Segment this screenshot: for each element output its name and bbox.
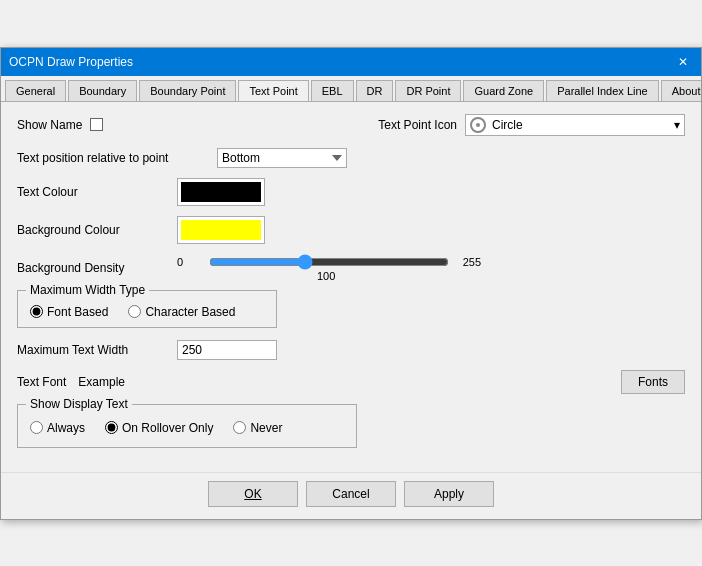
max-text-width-input[interactable]: 250 — [177, 340, 277, 360]
show-name-checkbox[interactable] — [90, 118, 103, 131]
text-colour-swatch-box[interactable] — [177, 178, 265, 206]
text-point-icon-label: Text Point Icon — [378, 118, 457, 132]
example-label: Example — [78, 375, 125, 389]
footer: OK Cancel Apply — [1, 472, 701, 519]
never-label: Never — [250, 421, 282, 435]
text-colour-row: Text Colour — [17, 178, 685, 206]
show-name-label: Show Name — [17, 118, 82, 132]
max-text-width-row: Maximum Text Width 250 — [17, 340, 685, 360]
max-width-type-title: Maximum Width Type — [26, 283, 149, 297]
rollover-radio[interactable] — [105, 421, 118, 434]
never-radio[interactable] — [233, 421, 246, 434]
title-bar: OCPN Draw Properties ✕ — [1, 48, 701, 76]
bg-density-label: Background Density — [17, 261, 177, 275]
tab-dr-point[interactable]: DR Point — [395, 80, 461, 101]
icon-dropdown[interactable]: Circle ▾ — [465, 114, 685, 136]
main-window: OCPN Draw Properties ✕ General Boundary … — [0, 47, 702, 520]
bg-density-row: Background Density 0 255 100 — [17, 254, 685, 282]
tab-boundary-point[interactable]: Boundary Point — [139, 80, 236, 101]
fonts-button[interactable]: Fonts — [621, 370, 685, 394]
tab-about[interactable]: About — [661, 80, 701, 101]
tab-dr[interactable]: DR — [356, 80, 394, 101]
char-based-label: Character Based — [145, 305, 235, 319]
position-select[interactable]: Bottom Top Left Right — [217, 148, 347, 168]
tab-content: Show Name Text Point Icon Circle ▾ Te — [1, 102, 701, 472]
slider-max: 255 — [457, 256, 481, 268]
always-label: Always — [47, 421, 85, 435]
char-based-radio[interactable] — [128, 305, 141, 318]
always-radio-item[interactable]: Always — [30, 421, 85, 435]
font-based-label: Font Based — [47, 305, 108, 319]
dropdown-arrow: ▾ — [674, 118, 680, 132]
char-based-radio-item[interactable]: Character Based — [128, 305, 235, 319]
text-colour-swatch — [181, 182, 261, 202]
slider-container: 0 255 100 — [177, 254, 481, 282]
bg-colour-label: Background Colour — [17, 223, 177, 237]
window-title: OCPN Draw Properties — [9, 55, 133, 69]
slider-value: 100 — [317, 270, 335, 282]
icon-value: Circle — [492, 118, 523, 132]
bg-colour-swatch — [181, 220, 261, 240]
rollover-radio-item[interactable]: On Rollover Only — [105, 421, 213, 435]
bg-colour-row: Background Colour — [17, 216, 685, 244]
text-font-row: Text Font Example Fonts — [17, 370, 685, 394]
tab-pil[interactable]: Parallel Index Line — [546, 80, 659, 101]
text-position-row: Text position relative to point Bottom T… — [17, 148, 685, 168]
show-display-group: Show Display Text Always On Rollover Onl… — [17, 404, 357, 448]
rollover-label: On Rollover Only — [122, 421, 213, 435]
tab-ebl[interactable]: EBL — [311, 80, 354, 101]
show-display-title: Show Display Text — [26, 397, 132, 411]
font-based-radio-item[interactable]: Font Based — [30, 305, 108, 319]
position-label: Text position relative to point — [17, 151, 217, 165]
circle-icon — [470, 117, 486, 133]
top-row: Show Name Text Point Icon Circle ▾ — [17, 114, 685, 136]
never-radio-item[interactable]: Never — [233, 421, 282, 435]
ok-button[interactable]: OK — [208, 481, 298, 507]
slider-min: 0 — [177, 256, 201, 268]
tab-bar: General Boundary Boundary Point Text Poi… — [1, 76, 701, 102]
position-control: Bottom Top Left Right — [217, 148, 347, 168]
max-width-type-group: Maximum Width Type Font Based Character … — [17, 290, 277, 328]
tab-boundary[interactable]: Boundary — [68, 80, 137, 101]
close-button[interactable]: ✕ — [673, 53, 693, 71]
max-text-width-label: Maximum Text Width — [17, 343, 177, 357]
tab-guard-zone[interactable]: Guard Zone — [463, 80, 544, 101]
tab-text-point[interactable]: Text Point — [238, 80, 308, 102]
text-colour-label: Text Colour — [17, 185, 177, 199]
bg-colour-swatch-box[interactable] — [177, 216, 265, 244]
tab-general[interactable]: General — [5, 80, 66, 101]
cancel-button[interactable]: Cancel — [306, 481, 396, 507]
always-radio[interactable] — [30, 421, 43, 434]
text-font-label: Text Font — [17, 375, 66, 389]
density-slider[interactable] — [209, 254, 449, 270]
apply-button[interactable]: Apply — [404, 481, 494, 507]
font-based-radio[interactable] — [30, 305, 43, 318]
title-controls: ✕ — [673, 53, 693, 71]
